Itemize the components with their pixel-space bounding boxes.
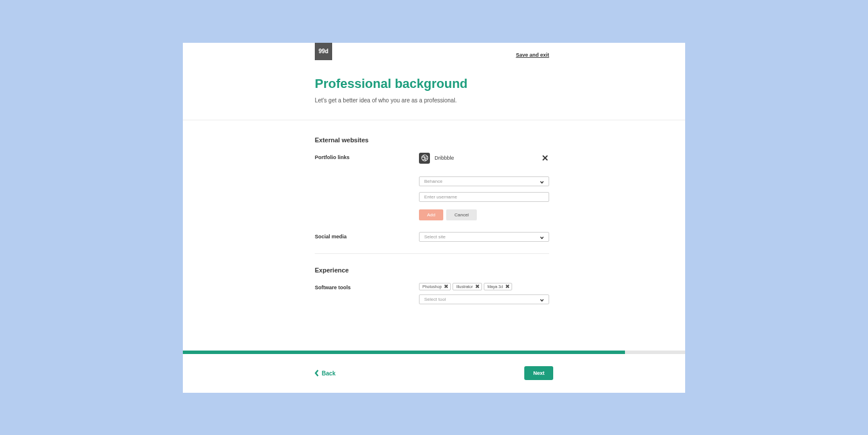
add-button[interactable]: Add [419,209,443,220]
close-icon [476,285,479,288]
portfolio-label: Portfolio links [315,153,419,220]
chevron-down-icon [540,180,544,183]
portfolio-btn-row: Add Cancel [419,209,549,220]
close-icon [506,285,509,288]
linked-portfolio-item: Dribbble [419,153,549,164]
cancel-button[interactable]: Cancel [446,209,477,220]
tag-label: Maya 3d [487,285,503,289]
back-label: Back [322,370,336,377]
portfolio-content: Dribbble Behance Add Cancel [419,153,549,220]
software-tags: PhotoshopIllustratorMaya 3d [419,283,549,290]
save-and-exit-link[interactable]: Save and exit [516,52,549,58]
portfolio-site-value: Behance [424,179,443,184]
portfolio-row: Portfolio links Dribbble [315,153,549,220]
software-row: Software tools PhotoshopIllustratorMaya … [315,283,549,304]
tag-remove-button[interactable] [505,284,510,289]
app-window: 99d Save and exit Professional backgroun… [183,43,685,393]
page-subtitle: Let's get a better idea of who you are a… [315,97,685,104]
footer: Back Next [183,354,685,393]
tag-remove-button[interactable] [475,284,480,289]
close-icon [444,285,448,288]
tag-remove-button[interactable] [444,284,448,289]
page-title: Professional background [315,76,685,91]
header: 99d Save and exit Professional backgroun… [183,43,685,120]
tag-label: Photoshop [422,285,442,289]
main-content: External websites Portfolio links Dribbb… [183,120,685,351]
social-label: Social media [315,232,419,242]
close-icon [542,155,548,161]
portfolio-site-select[interactable]: Behance [419,176,549,186]
linked-portfolio-name: Dribbble [435,155,454,161]
section-title-experience: Experience [315,267,549,274]
software-content: PhotoshopIllustratorMaya 3d Select tool [419,283,549,304]
username-input[interactable] [419,192,549,202]
logo-text: 99d [318,48,328,54]
next-button[interactable]: Next [524,366,553,380]
chevron-down-icon [540,298,544,301]
chevron-down-icon [540,235,544,238]
logo: 99d [315,43,332,60]
software-tag: Maya 3d [484,283,512,290]
software-label: Software tools [315,283,419,304]
social-row: Social media Select site [315,232,549,242]
divider [315,253,549,254]
chevron-left-icon [315,370,319,377]
software-tool-placeholder: Select tool [424,297,446,302]
software-tool-select[interactable]: Select tool [419,294,549,304]
social-site-placeholder: Select site [424,234,446,239]
software-tag: Photoshop [419,283,451,290]
social-content: Select site [419,232,549,242]
progress-bar [183,351,685,354]
software-tag: Illustrator [453,283,482,290]
header-content: Professional background Let's get a bett… [315,43,685,120]
back-button[interactable]: Back [315,370,336,377]
dribbble-icon [419,153,430,164]
section-title-external: External websites [315,137,549,143]
progress-fill [183,351,625,354]
remove-portfolio-button[interactable] [541,154,549,162]
social-site-select[interactable]: Select site [419,232,549,242]
tag-label: Illustrator [456,285,473,289]
